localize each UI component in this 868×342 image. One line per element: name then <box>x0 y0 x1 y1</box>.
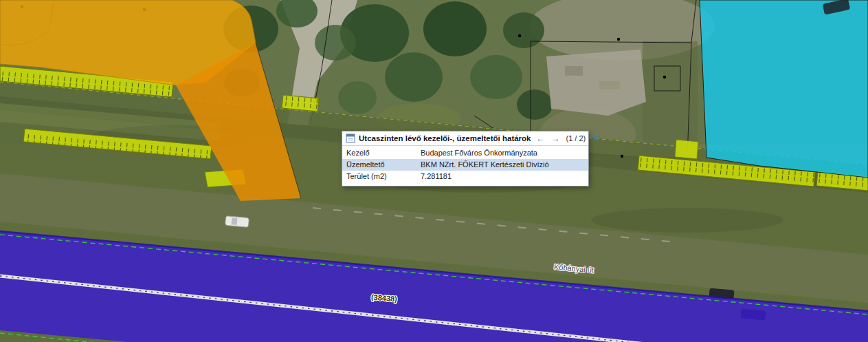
attribute-label: Terület (m2) <box>342 171 416 182</box>
rubble-patch <box>546 50 646 116</box>
prev-result-button[interactable]: ← <box>535 134 546 143</box>
popup-header: Utcaszinten lévő kezelői-, üzemeltetői h… <box>342 131 588 146</box>
attribute-value: Budapest Főváros Önkormányzata <box>416 147 588 159</box>
attribute-row-terulet[interactable]: Terület (m2) 7.281181 <box>342 171 588 182</box>
survey-point-dot <box>621 155 623 158</box>
close-popup-button[interactable]: ✕ <box>592 133 599 143</box>
attribute-label: Kezelő <box>342 147 416 159</box>
identify-results-icon <box>346 133 355 143</box>
attribute-value: BKM NZrt. FŐKERT Kertészeti Divízió <box>416 159 588 171</box>
attribute-row-uzemelteto[interactable]: Üzemeltető BKM NZrt. FŐKERT Kertészeti D… <box>342 159 588 171</box>
popup-title: Utcaszinten lévő kezelői-, üzemeltetői h… <box>359 134 531 142</box>
identify-popup: Utcaszinten lévő kezelői-, üzemeltetői h… <box>342 131 589 186</box>
attribute-value: 7.281181 <box>416 171 588 182</box>
cyan-area-polygon[interactable] <box>700 0 868 178</box>
car-white <box>225 216 249 228</box>
next-result-button[interactable]: → <box>550 134 561 143</box>
result-pager: (1 / 2) <box>566 134 586 142</box>
popup-body: Kezelő Budapest Főváros Önkormányzata Üz… <box>342 146 588 182</box>
map-viewport[interactable]: Kőbányai út (38438) Utcaszinten lévő kez… <box>0 0 868 342</box>
attribute-row-kezelo[interactable]: Kezelő Budapest Főváros Önkormányzata <box>342 147 588 159</box>
attribute-label: Üzemeltető <box>342 159 416 171</box>
